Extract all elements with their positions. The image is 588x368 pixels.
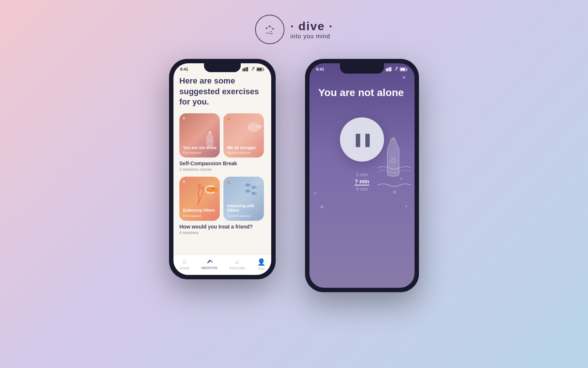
nav-you-label: YOU <box>258 267 265 270</box>
svg-point-20 <box>212 187 214 189</box>
svg-point-22 <box>251 185 256 189</box>
bottom-nav: ⌂ HOME MEDITATE ⌕ EXPLORE 👤 <box>173 255 271 275</box>
svg-rect-8 <box>245 67 247 71</box>
svg-point-25 <box>209 260 210 261</box>
card-x-icon-2: ✕ <box>182 180 185 184</box>
card-session-2: Second session <box>227 151 251 155</box>
course1-title: Self-Compassion Break <box>179 160 265 166</box>
svg-rect-29 <box>390 67 391 71</box>
decor-dot-1 <box>393 191 396 194</box>
svg-rect-33 <box>392 137 395 140</box>
card-you-are-not-alone[interactable]: ✕ You are not alone First session <box>179 113 220 158</box>
svg-line-5 <box>270 26 273 29</box>
logo-text: · dive · into you mind <box>290 20 333 40</box>
meditate-icon <box>206 258 213 265</box>
notch-1 <box>204 63 241 72</box>
status-time-2: 9:41 <box>316 67 324 71</box>
card-label-1: You are not alone <box>183 145 218 150</box>
svg-point-23 <box>245 189 250 192</box>
svg-point-10 <box>252 70 253 71</box>
nav-meditate-label: MEDITATE <box>201 266 218 270</box>
course2-sub: 4 sessions <box>179 230 265 235</box>
phone-2-screen: 9:41 × You are not alone ❚❚ <box>309 63 415 288</box>
time-5min[interactable]: 5 min <box>356 172 368 177</box>
close-button[interactable]: × <box>402 74 406 81</box>
svg-rect-7 <box>244 68 245 72</box>
card-embracing-others[interactable]: ✕ <box>179 177 220 221</box>
logo-subtitle: into you mind <box>290 33 333 40</box>
time-selector: 5 min 7 min 9 min <box>355 172 369 192</box>
svg-point-13 <box>208 132 211 134</box>
card-we-all-struggle[interactable]: 🔒 We all struggle Second session <box>223 113 264 158</box>
svg-line-4 <box>266 26 270 28</box>
svg-rect-32 <box>401 68 405 71</box>
card-interacting-others[interactable]: 🔒 <box>223 177 264 221</box>
time-7min[interactable]: 7 min <box>355 178 369 185</box>
svg-point-17 <box>201 187 204 190</box>
phone2-content: × You are not alone ❚❚ 5 min 7 min 9 min… <box>309 73 415 192</box>
logo-title: · dive · <box>290 20 333 33</box>
meditation-title: You are not alone <box>318 86 406 99</box>
nav-meditate[interactable]: MEDITATE <box>201 258 218 270</box>
svg-rect-12 <box>257 68 262 71</box>
svg-rect-9 <box>247 67 248 71</box>
status-icons <box>243 67 265 71</box>
pause-icon: ❚❚ <box>352 132 372 147</box>
bottle-illustration <box>378 137 411 184</box>
decor-dot-2 <box>320 205 323 208</box>
wave-line <box>376 181 413 188</box>
explore-icon: ⌕ <box>235 258 239 266</box>
svg-point-3 <box>270 31 272 32</box>
card-session-1: First session <box>183 151 202 155</box>
time-9min[interactable]: 9 min <box>356 186 368 192</box>
svg-rect-28 <box>389 67 390 71</box>
phone-1: 9:41 Here are some suggested exercises f… <box>169 59 276 279</box>
decor-dot-3 <box>405 205 407 207</box>
phones-container: 9:41 Here are some suggested exercises f… <box>169 59 419 292</box>
svg-point-14 <box>248 123 260 132</box>
cards-row-1: ✕ You are not alone First session 🔒 <box>179 113 265 158</box>
home-icon: ⌂ <box>182 258 186 266</box>
svg-point-16 <box>197 184 201 187</box>
decor-x-1: ✕ <box>313 191 318 197</box>
phone-2: 9:41 × You are not alone ❚❚ <box>305 59 419 292</box>
nav-you[interactable]: 👤 YOU <box>257 258 265 270</box>
app-header: · dive · into you mind <box>255 15 333 44</box>
nav-explore[interactable]: ⌕ EXPLORE <box>230 258 245 270</box>
card-session-3: First session <box>183 214 202 218</box>
nav-home-label: HOME <box>179 266 189 270</box>
course2-title: How would you treat a friend? <box>179 224 265 230</box>
logo-circle <box>255 15 284 44</box>
suggested-title: Here are some suggested exercises for yo… <box>179 76 265 107</box>
card-label-3: Embracing Others <box>183 208 218 213</box>
svg-point-15 <box>256 125 258 127</box>
card-lock-icon: 🔒 <box>226 116 231 120</box>
svg-rect-6 <box>243 68 244 71</box>
phone1-content: Here are some suggested exercises for yo… <box>173 73 271 235</box>
svg-point-30 <box>395 70 397 71</box>
play-pause-button[interactable]: ❚❚ <box>340 117 384 162</box>
course1-sub: 3 sessions course <box>179 167 265 171</box>
nav-home[interactable]: ⌂ HOME <box>179 258 189 270</box>
card-label-2: We all struggle <box>227 145 262 150</box>
svg-rect-26 <box>386 68 387 71</box>
card-x-icon: ✕ <box>182 116 185 120</box>
cards-row-2: ✕ <box>179 177 265 221</box>
status-time: 9:41 <box>180 67 188 71</box>
card-label-4: Interacting with Others <box>227 204 262 213</box>
card-session-4: Second session <box>227 214 251 218</box>
status-icons-2 <box>386 67 408 71</box>
svg-point-21 <box>245 183 250 187</box>
phone-1-screen: 9:41 Here are some suggested exercises f… <box>173 63 271 275</box>
you-icon: 👤 <box>257 258 265 266</box>
notch-2 <box>340 63 384 74</box>
card-lock-icon-2: 🔒 <box>226 180 231 184</box>
svg-point-24 <box>251 192 256 195</box>
nav-explore-label: EXPLORE <box>230 266 245 270</box>
svg-rect-27 <box>387 68 388 72</box>
